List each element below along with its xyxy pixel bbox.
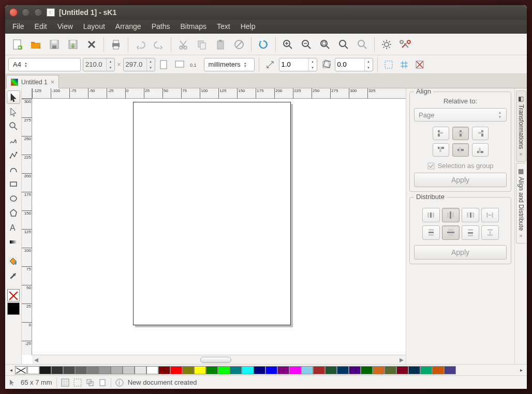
vertical-ruler[interactable]: 3002752502252001751501251007550250-25: [22, 99, 32, 355]
zoom-100-button[interactable]: [335, 36, 352, 53]
menu-paths[interactable]: Paths: [146, 20, 175, 33]
window-minimize-button[interactable]: [22, 8, 30, 17]
dist-gap-v-button[interactable]: [481, 225, 499, 240]
fill-tool[interactable]: [7, 255, 20, 268]
color-swatch[interactable]: [218, 366, 230, 374]
text-tool[interactable]: A: [7, 221, 20, 234]
snap-guides-button[interactable]: [382, 58, 395, 71]
align-apply-button[interactable]: Apply: [414, 173, 507, 187]
copy-button[interactable]: [193, 36, 211, 53]
snap-page-icon[interactable]: [98, 378, 107, 387]
color-swatch[interactable]: [432, 366, 444, 374]
fill-color-indicator[interactable]: [7, 302, 20, 315]
save-as-button[interactable]: [64, 36, 82, 53]
page-width-input[interactable]: ▲▼: [83, 58, 115, 71]
preferences-button[interactable]: [378, 36, 395, 53]
color-swatch[interactable]: [206, 366, 218, 374]
color-swatch[interactable]: [385, 366, 396, 374]
menu-arrange[interactable]: Arrange: [110, 20, 146, 33]
selection-as-group-checkbox[interactable]: Selection as group: [414, 162, 507, 170]
align-top-button[interactable]: [433, 143, 449, 157]
snap-grid-button[interactable]: [397, 58, 411, 71]
color-swatch[interactable]: [301, 366, 313, 374]
zoom-in-button[interactable]: [279, 36, 297, 53]
new-button[interactable]: [8, 36, 26, 53]
distribute-apply-button[interactable]: Apply: [414, 245, 507, 260]
dist-left-button[interactable]: [422, 208, 440, 222]
side-tab-align-distribute[interactable]: ▦Align and Distribute×: [516, 163, 526, 244]
color-swatch[interactable]: [265, 366, 277, 374]
no-stroke-indicator[interactable]: [7, 289, 20, 301]
freehand-tool[interactable]: [7, 134, 20, 147]
horizontal-scrollbar[interactable]: ◂▸: [32, 355, 406, 364]
polygon-tool[interactable]: [7, 206, 20, 220]
gradient-tool[interactable]: [7, 235, 20, 249]
dist-center-v-button[interactable]: [442, 225, 460, 240]
color-swatch[interactable]: [444, 366, 456, 374]
palette-scroll-left[interactable]: ◂: [7, 367, 14, 373]
align-bottom-button[interactable]: [472, 143, 489, 157]
color-swatch[interactable]: [27, 366, 39, 374]
cut-button[interactable]: [174, 36, 192, 53]
color-swatch[interactable]: [87, 366, 99, 374]
color-swatch[interactable]: [135, 366, 146, 374]
zoom-out-button[interactable]: [298, 36, 315, 53]
side-tab-transformations[interactable]: ◧Transformations×: [516, 90, 526, 162]
align-center-v-button[interactable]: [452, 143, 469, 157]
units-combo[interactable]: millimeters▲▼: [204, 58, 255, 71]
zoom-sel-button[interactable]: [353, 36, 371, 53]
relative-to-combo[interactable]: Page▲▼: [414, 108, 507, 122]
color-swatch[interactable]: [182, 366, 194, 374]
color-swatch[interactable]: [349, 366, 361, 374]
color-swatch[interactable]: [111, 366, 123, 374]
color-swatch[interactable]: [325, 366, 337, 374]
dist-top-button[interactable]: [422, 225, 440, 240]
color-swatch[interactable]: [170, 366, 182, 374]
rectangle-tool[interactable]: [7, 177, 20, 191]
color-swatch[interactable]: [254, 366, 265, 374]
save-button[interactable]: [46, 36, 63, 53]
snap-guides-icon[interactable]: [73, 378, 82, 387]
close-doc-button[interactable]: [83, 36, 100, 53]
eyedropper-tool[interactable]: [7, 269, 20, 283]
landscape-button[interactable]: [173, 58, 186, 71]
rotate-input[interactable]: ▲▼: [335, 58, 373, 71]
color-swatch[interactable]: [408, 366, 420, 374]
menu-bitmaps[interactable]: Bitmaps: [175, 20, 212, 33]
delete-button[interactable]: [230, 36, 248, 53]
dist-bottom-button[interactable]: [462, 225, 479, 240]
zoom-tool[interactable]: [7, 119, 20, 133]
color-swatch[interactable]: [289, 366, 301, 374]
dist-gap-h-button[interactable]: [481, 208, 499, 222]
curve-tool[interactable]: [7, 163, 20, 176]
tab-untitled-1[interactable]: Untitled 1 ×: [6, 75, 59, 88]
color-swatch[interactable]: [39, 366, 51, 374]
color-swatch[interactable]: [158, 366, 170, 374]
ellipse-tool[interactable]: [7, 192, 20, 205]
node-tool[interactable]: [7, 105, 20, 118]
snap-grid-icon[interactable]: [61, 378, 69, 387]
swatch-none[interactable]: [15, 366, 27, 374]
color-swatch[interactable]: [361, 366, 373, 374]
color-swatch[interactable]: [313, 366, 325, 374]
palette-scroll-right[interactable]: ▸: [518, 367, 525, 373]
horizontal-ruler[interactable]: -125-100-75-50-2502550751001251501752002…: [32, 88, 406, 99]
window-maximize-button[interactable]: [34, 8, 42, 17]
color-swatch[interactable]: [420, 366, 432, 374]
menu-help[interactable]: Help: [235, 20, 261, 33]
snap-off-button[interactable]: [413, 58, 426, 71]
paste-button[interactable]: [212, 36, 229, 53]
color-swatch[interactable]: [373, 366, 385, 374]
zoom-fit-button[interactable]: [316, 36, 334, 53]
scale-input[interactable]: ▲▼: [279, 58, 317, 71]
color-swatch[interactable]: [123, 366, 135, 374]
align-left-button[interactable]: [433, 127, 449, 140]
page-height-input[interactable]: ▲▼: [123, 58, 155, 71]
refresh-button[interactable]: [255, 36, 272, 53]
dist-center-h-button[interactable]: [442, 208, 460, 222]
menu-file[interactable]: File: [7, 20, 29, 33]
menu-edit[interactable]: Edit: [29, 20, 52, 33]
redo-button[interactable]: [150, 36, 168, 53]
align-center-h-button[interactable]: [452, 127, 469, 140]
tools-button[interactable]: [396, 36, 414, 53]
